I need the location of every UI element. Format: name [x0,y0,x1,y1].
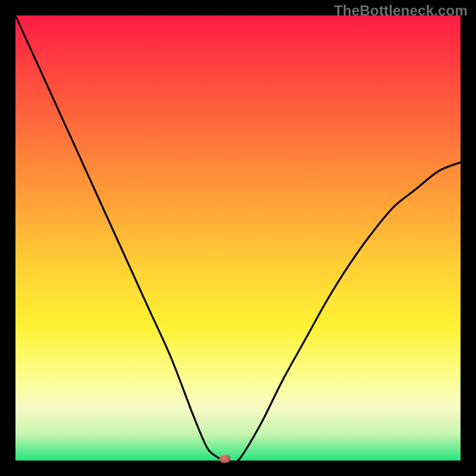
optimum-marker [220,455,230,463]
bottleneck-curve [15,15,461,461]
chart-frame: TheBottleneck.com [0,0,476,476]
plot-area [15,15,461,461]
